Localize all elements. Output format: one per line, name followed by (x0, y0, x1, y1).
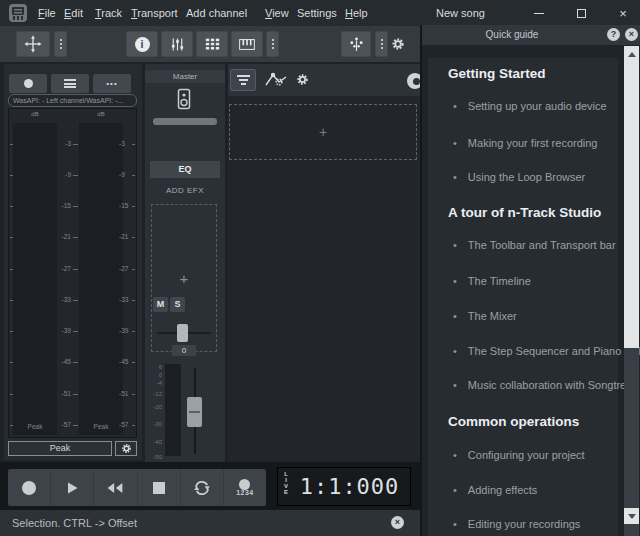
meter-more-button[interactable]: ••• (93, 74, 131, 93)
scroll-down-button[interactable] (624, 508, 639, 524)
fader-scale-label: -4 (145, 380, 162, 386)
step-sequencer-button[interactable] (196, 31, 228, 57)
guide-link[interactable]: •Music collaboration with Songtree (453, 379, 632, 391)
track-drop-zone[interactable]: + (229, 104, 417, 160)
mute-button[interactable]: M (153, 297, 168, 312)
menu-edit[interactable]: Edit (64, 0, 83, 26)
overflow-dots-icon (381, 39, 383, 49)
peak-mode-button[interactable]: Peak (8, 441, 112, 456)
meter-scale-row: -3-3 (9, 140, 136, 148)
songtree-button[interactable] (341, 31, 371, 57)
close-button[interactable]: × (610, 0, 636, 26)
guide-close-button[interactable]: × (625, 28, 638, 41)
clipped-gear-button[interactable] (404, 71, 420, 91)
draw-mode-button[interactable] (230, 69, 256, 91)
info-button[interactable]: i (126, 31, 158, 57)
add-efx-label: ADD EFX (145, 186, 225, 195)
menu-transport[interactable]: Transport (131, 0, 178, 26)
piano-keys-icon (238, 37, 256, 52)
menu-help[interactable]: Help (345, 0, 368, 26)
pan-value[interactable]: 0 (172, 345, 196, 356)
bullet-icon: • (453, 239, 457, 251)
db-label: dB (13, 111, 57, 117)
guide-link[interactable]: •Setting up your audio device (453, 100, 607, 112)
guide-link[interactable]: •Editing your recordings (453, 518, 580, 530)
guide-scrollbar[interactable] (624, 46, 639, 536)
window-title: New song (436, 0, 506, 26)
loop-icon (192, 479, 212, 497)
right-overflow-button[interactable] (375, 31, 388, 57)
peak-readout-left: Peak (13, 423, 57, 430)
meter-settings-button[interactable] (115, 441, 137, 456)
quick-guide-panel: Quick guide ? × Getting Started •Setting… (420, 25, 640, 536)
meter-menu-button[interactable] (51, 74, 89, 93)
meter-scale-row: -27-27 (9, 265, 136, 273)
guide-section-heading: Common operations (448, 414, 579, 429)
bullet-icon: • (453, 310, 457, 322)
gear-icon (391, 37, 405, 51)
audio-device-select[interactable]: WasAPI: - Left channel/WasAPI: -... (8, 94, 137, 107)
toolbar-settings-button[interactable] (391, 37, 405, 51)
bullet-icon: • (453, 484, 457, 496)
pan-slider-handle[interactable] (177, 324, 188, 342)
meter-channel-right (79, 123, 123, 435)
guide-link[interactable]: •The Mixer (453, 310, 517, 322)
scroll-up-button[interactable] (624, 46, 639, 62)
meter-scale-row: -15-15 (9, 202, 136, 210)
menu-add-channel[interactable]: Add channel (186, 0, 247, 26)
guide-link[interactable]: •The Step Sequencer and Piano Roll (453, 345, 640, 357)
stop-button[interactable] (138, 469, 181, 506)
transport-bar: 1234 LIVE 1:1:000 (0, 462, 420, 510)
timeline-settings-button[interactable] (296, 73, 309, 86)
play-button[interactable] (51, 469, 94, 506)
guide-section-heading: Getting Started (448, 66, 546, 81)
maximize-button[interactable] (568, 0, 594, 26)
move-tool-button[interactable] (16, 31, 50, 57)
quick-guide-content: Getting Started •Setting up your audio d… (428, 58, 618, 536)
guide-link[interactable]: •The Toolbar and Transport bar (453, 239, 616, 251)
meter-scale-row: -33-33 (9, 296, 136, 304)
guide-link[interactable]: •Adding effects (453, 484, 537, 496)
menu-settings[interactable]: Settings (297, 0, 337, 26)
meter-scale-row: -9-9 (9, 171, 136, 179)
loop-button[interactable] (181, 469, 224, 506)
db-label: dB (79, 111, 123, 117)
guide-link[interactable]: •The Timeline (453, 275, 531, 287)
status-bar: Selection. CTRL -> Offset × (0, 510, 420, 536)
mixer-sliders-icon (169, 36, 186, 53)
mixer-button[interactable] (161, 31, 193, 57)
solo-button[interactable]: S (170, 297, 185, 312)
guide-link[interactable]: •Configuring your project (453, 449, 585, 461)
overflow-dots-icon (272, 39, 274, 49)
rewind-button[interactable] (94, 469, 137, 506)
menu-view[interactable]: View (265, 0, 289, 26)
piano-roll-button[interactable] (231, 31, 263, 57)
plus-icon: + (319, 124, 327, 140)
record-button[interactable] (8, 469, 51, 506)
automation-nodes-icon[interactable] (264, 71, 288, 89)
menu-track[interactable]: Track (95, 0, 122, 26)
meter-channel-left (13, 123, 57, 435)
peak-readout-right: Peak (79, 423, 123, 430)
eq-button[interactable]: EQ (150, 161, 220, 178)
guide-link[interactable]: •Making your first recording (453, 137, 597, 149)
view-overflow-button[interactable] (266, 31, 279, 57)
master-title: Master (145, 70, 225, 83)
time-counter[interactable]: 1:1:000 (289, 474, 410, 499)
guide-link[interactable]: •Using the Loop Browser (453, 171, 585, 183)
bullet-icon: • (453, 137, 457, 149)
status-text: Selection. CTRL -> Offset (12, 510, 137, 536)
menu-file[interactable]: File (38, 0, 56, 26)
meter-scale-row: -21-21 (9, 233, 136, 241)
volume-fader-handle[interactable] (187, 397, 202, 427)
metronome-button[interactable]: 1234 (224, 469, 266, 506)
scrollbar-thumb[interactable] (624, 62, 639, 348)
gear-icon (121, 443, 132, 454)
plus-icon: + (180, 270, 189, 287)
ellipsis-icon: ••• (106, 80, 117, 88)
minimize-button[interactable] (526, 0, 552, 26)
status-close-button[interactable]: × (391, 516, 404, 529)
tool-overflow-button[interactable] (54, 31, 67, 57)
record-monitor-button[interactable] (9, 74, 47, 93)
guide-help-button[interactable]: ? (607, 28, 620, 41)
